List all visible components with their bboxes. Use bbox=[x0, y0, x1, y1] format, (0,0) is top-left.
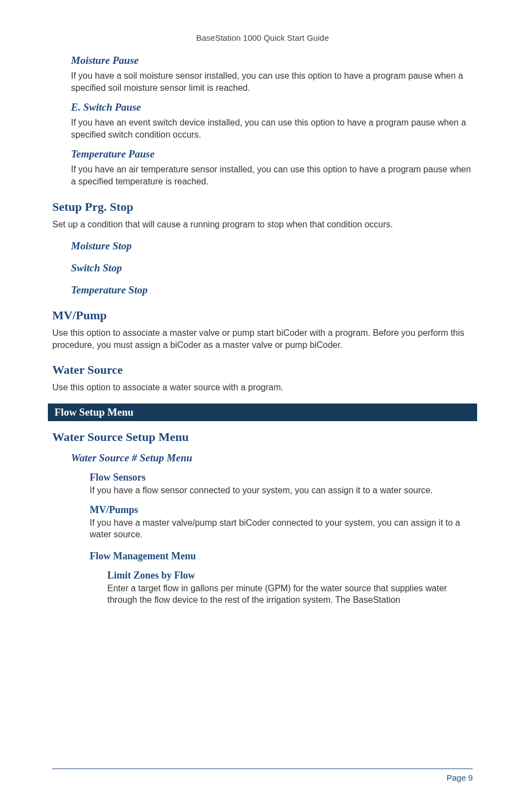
running-header: BaseStation 1000 Quick Start Guide bbox=[52, 33, 473, 42]
paragraph: Set up a condition that will cause a run… bbox=[52, 219, 473, 231]
page-number: Page 9 bbox=[446, 773, 473, 782]
paragraph: If you have a soil moisture sensor insta… bbox=[71, 70, 473, 94]
heading-mv-pump: MV/Pump bbox=[52, 308, 473, 323]
heading-limit-zones-by-flow: Limit Zones by Flow bbox=[107, 570, 473, 581]
heading-setup-prg-stop: Setup Prg. Stop bbox=[52, 200, 473, 214]
heading-switch-stop: Switch Stop bbox=[71, 262, 473, 274]
heading-water-source: Water Source bbox=[52, 363, 473, 377]
heading-water-source-setup-menu: Water Source Setup Menu bbox=[52, 430, 473, 444]
paragraph: Use this option to associate a master va… bbox=[52, 327, 473, 351]
heading-moisture-stop: Moisture Stop bbox=[71, 240, 473, 252]
paragraph: If you have a master valve/pump start bi… bbox=[90, 517, 473, 541]
heading-mv-pumps: MV/Pumps bbox=[90, 504, 473, 516]
paragraph: If you have an event switch device insta… bbox=[71, 117, 473, 140]
heading-water-source-hash-setup: Water Source # Setup Menu bbox=[71, 452, 473, 464]
heading-temperature-stop: Temperature Stop bbox=[71, 284, 473, 296]
heading-flow-sensors: Flow Sensors bbox=[90, 472, 473, 483]
paragraph: If you have an air temperature sensor in… bbox=[71, 164, 473, 187]
footer-divider bbox=[52, 769, 473, 769]
heading-moisture-pause: Moisture Pause bbox=[71, 55, 473, 67]
heading-flow-management-menu: Flow Management Menu bbox=[90, 551, 473, 562]
heading-temperature-pause: Temperature Pause bbox=[71, 148, 473, 160]
section-band-flow-setup: Flow Setup Menu bbox=[48, 404, 477, 421]
document-page: BaseStation 1000 Quick Start Guide Moist… bbox=[0, 0, 525, 812]
paragraph: Enter a target flow in gallons per minut… bbox=[107, 582, 473, 606]
heading-switch-pause: E. Switch Pause bbox=[71, 101, 473, 113]
paragraph: Use this option to associate a water sou… bbox=[52, 382, 473, 394]
paragraph: If you have a flow sensor connected to y… bbox=[90, 484, 473, 497]
